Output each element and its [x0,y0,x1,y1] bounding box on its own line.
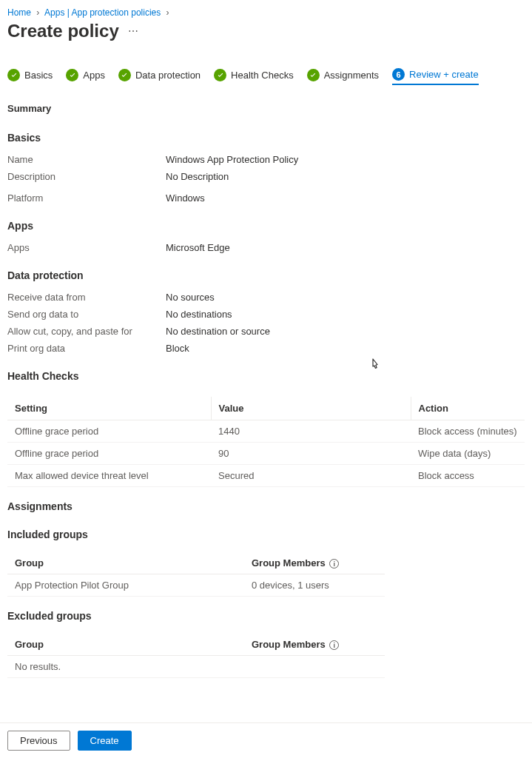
tab-assignments[interactable]: Assignments [307,69,379,84]
kv-apps: Apps Microsoft Edge [7,239,525,256]
cell-action: Block access [411,465,525,487]
col-setting[interactable]: Setting [7,397,211,420]
page-title: Create policy [7,21,119,41]
footer: Previous Create [0,722,532,758]
tab-label: Basics [24,70,53,81]
excluded-groups-heading: Excluded groups [7,597,525,629]
kv-cut: Allow cut, copy, and paste for No destin… [7,323,525,340]
tab-data-protection[interactable]: Data protection [118,69,201,84]
cell-value: Secured [211,465,411,487]
tab-label: Apps [83,70,105,81]
col-group-members[interactable]: Group Members i [244,552,385,574]
included-groups-table: Group Group Members i App Protection Pil… [7,552,385,597]
check-icon [307,69,320,81]
breadcrumb: Home › Apps | App protection policies › [0,0,532,19]
kv-label: Platform [7,192,166,204]
kv-send: Send org data to No destinations [7,306,525,323]
col-group[interactable]: Group [7,552,244,574]
kv-platform: Platform Windows [7,185,525,207]
kv-label: Apps [7,242,166,253]
kv-value: Microsoft Edge [166,242,230,253]
breadcrumb-apps[interactable]: Apps | App protection policies [44,7,161,18]
tab-label: Assignments [324,70,379,81]
cell-group: App Protection Pilot Group [7,574,244,597]
tab-apps[interactable]: Apps [66,69,105,84]
col-action[interactable]: Action [411,397,525,420]
col-value[interactable]: Value [211,397,411,420]
no-results: No results. [7,656,385,678]
health-checks-heading: Health Checks [7,357,525,389]
kv-value: Windows [166,192,205,204]
wizard-tabs: Basics Apps Data protection Health Check… [0,49,532,90]
assignments-heading: Assignments [7,487,525,520]
tab-label: Health Checks [231,70,294,81]
kv-label: Print org data [7,343,166,354]
kv-value: Windows App Protection Policy [166,154,298,165]
kv-label: Allow cut, copy, and paste for [7,326,166,337]
cell-value: 90 [211,443,411,465]
cell-value: 1440 [211,420,411,443]
previous-button[interactable]: Previous [7,731,70,751]
more-icon[interactable]: ⋯ [128,25,139,37]
health-checks-table: Setting Value Action Offline grace perio… [7,397,525,487]
kv-value: Block [166,343,189,354]
check-icon [66,69,78,81]
excluded-groups-table: Group Group Members i [7,634,385,656]
tab-basics[interactable]: Basics [7,69,53,84]
step-number-icon: 6 [392,68,405,81]
kv-label: Name [7,154,166,165]
cell-action: Block access (minutes) [411,420,525,443]
check-icon [214,69,226,81]
kv-receive: Receive data from No sources [7,289,525,306]
table-row: Offline grace period 90 Wipe data (days) [7,443,525,465]
chevron-right-icon: › [166,7,169,18]
col-label: Group Members [252,557,326,568]
tab-review-create[interactable]: 6 Review + create [392,68,479,85]
table-row: App Protection Pilot Group 0 devices, 1 … [7,574,385,597]
create-button[interactable]: Create [78,731,132,751]
kv-label: Receive data from [7,292,166,303]
tab-label: Data protection [135,70,201,81]
tab-label: Review + create [409,69,479,80]
breadcrumb-home[interactable]: Home [7,7,31,18]
summary-heading: Summary [7,97,525,118]
check-icon [118,69,131,81]
info-icon[interactable]: i [329,640,339,650]
col-label: Group Members [252,639,326,650]
cell-setting: Offline grace period [7,420,211,443]
kv-label: Send org data to [7,309,166,320]
kv-print: Print org data Block [7,340,525,357]
tab-health-checks[interactable]: Health Checks [214,69,294,84]
data-protection-heading: Data protection [7,256,525,289]
cell-members: 0 devices, 1 users [244,574,385,597]
kv-value: No destinations [166,309,232,320]
apps-heading: Apps [7,207,525,239]
kv-label: Description [7,171,166,182]
kv-name: Name Windows App Protection Policy [7,151,525,168]
kv-value: No destination or source [166,326,270,337]
kv-description: Description No Description [7,168,525,185]
table-row: Offline grace period 1440 Block access (… [7,420,525,443]
cell-setting: Offline grace period [7,443,211,465]
check-icon [7,69,20,81]
cell-setting: Max allowed device threat level [7,465,211,487]
cell-action: Wipe data (days) [411,443,525,465]
chevron-right-icon: › [36,7,39,18]
info-icon[interactable]: i [329,559,339,568]
col-group[interactable]: Group [7,634,244,656]
kv-value: No sources [166,292,215,303]
table-row: Max allowed device threat level Secured … [7,465,525,487]
kv-value: No Description [166,171,229,182]
included-groups-heading: Included groups [7,520,525,548]
basics-heading: Basics [7,118,525,151]
col-group-members[interactable]: Group Members i [244,634,385,656]
